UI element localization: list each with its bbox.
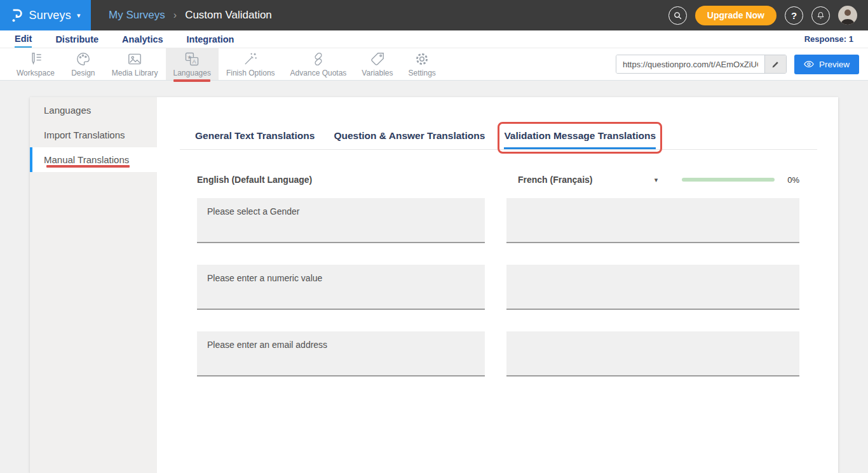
source-text-email: Please enter an email address [197, 331, 485, 376]
annotation-underline-languages [173, 79, 210, 82]
tab-general-text-translations[interactable]: General Text Translations [195, 130, 315, 149]
top-header: Surveys ▾ My Surveys › Custom Validation… [0, 0, 868, 30]
breadcrumb-my-surveys[interactable]: My Surveys [109, 9, 165, 22]
response-count[interactable]: Response: 1 [804, 34, 853, 44]
avatar-photo [838, 6, 857, 25]
target-language-select[interactable]: French (Français) ▾ 0% [506, 175, 799, 185]
eye-icon [804, 60, 814, 68]
toolbar-item-media-library[interactable]: Media Library [104, 48, 166, 80]
toolbar-item-languages[interactable]: ★ A Languages [166, 48, 219, 80]
preview-label: Preview [819, 60, 850, 69]
survey-nav: Edit Distribute Analytics Integration Re… [0, 30, 868, 48]
target-language-label: French (Français) [518, 175, 592, 185]
toolbar-item-workspace[interactable]: Workspace [9, 48, 62, 80]
nav-tab-edit[interactable]: Edit [15, 30, 32, 48]
translation-row: Please select a Gender [197, 198, 817, 243]
sidebar-item-languages[interactable]: Languages [30, 98, 157, 123]
pencil-icon [771, 60, 780, 69]
tab-label: Validation Message Translations [504, 130, 656, 141]
bell-icon [816, 11, 825, 20]
workspace-icon [27, 51, 44, 67]
toolbar-item-finish-options[interactable]: Finish Options [219, 48, 283, 80]
translation-row: Please enter a numeric value [197, 265, 817, 310]
toolbar-item-advance-quotas[interactable]: Advance Quotas [283, 48, 355, 80]
header-actions: Upgrade Now ? [668, 6, 868, 25]
toolbar-item-variables[interactable]: Variables [354, 48, 400, 80]
design-icon [75, 51, 92, 67]
edit-url-button[interactable] [764, 55, 786, 73]
surveys-product-menu[interactable]: Surveys ▾ [0, 0, 91, 30]
help-button[interactable]: ? [785, 6, 803, 25]
nav-tab-distribute[interactable]: Distribute [55, 30, 98, 48]
translation-row: Please enter an email address [197, 331, 817, 376]
sidebar-item-manual-translations[interactable]: Manual Translations [30, 147, 157, 172]
advance-quotas-icon [310, 51, 327, 67]
toolbar-label: Finish Options [226, 69, 275, 77]
sidebar-item-label: Languages [44, 105, 91, 116]
translation-grid: English (Default Language) French (Franç… [180, 174, 817, 376]
preview-button[interactable]: Preview [794, 55, 859, 74]
toolbar-label: Media Library [112, 69, 158, 77]
toolbar-label: Settings [408, 69, 435, 77]
edit-toolbar: Workspace Design Media Library ★ A [0, 48, 868, 81]
languages-panel: Languages Import Translations Manual Tra… [30, 97, 838, 473]
source-text-numeric: Please enter a numeric value [197, 265, 485, 310]
tab-validation-message-translations[interactable]: Validation Message Translations [504, 130, 656, 149]
questionpro-logo-icon [11, 8, 24, 23]
nav-tab-integration[interactable]: Integration [187, 30, 234, 48]
toolbar-right: Preview [616, 48, 868, 80]
toolbar-label: Workspace [17, 69, 55, 77]
svg-text:A: A [193, 58, 197, 65]
chevron-down-icon: ▾ [77, 12, 81, 19]
survey-url-group [616, 55, 787, 74]
product-name: Surveys [29, 9, 71, 22]
breadcrumb-current-survey: Custom Validation [185, 9, 272, 22]
upgrade-now-button[interactable]: Upgrade Now [695, 6, 776, 25]
page-body: Languages Import Translations Manual Tra… [0, 81, 868, 473]
breadcrumb-separator: › [173, 10, 177, 21]
toolbar-label: Languages [173, 69, 211, 77]
toolbar-item-settings[interactable]: Settings [400, 48, 443, 80]
target-text-input-gender[interactable] [506, 198, 799, 243]
translations-content: General Text Translations Question & Ans… [157, 97, 838, 473]
translations-sidebar: Languages Import Translations Manual Tra… [30, 97, 157, 473]
chevron-down-icon: ▾ [654, 176, 658, 184]
user-avatar[interactable] [838, 6, 857, 25]
settings-gear-icon [414, 51, 430, 67]
search-button[interactable] [668, 6, 687, 25]
toolbar-label: Variables [362, 69, 393, 77]
annotation-underline-manual-translations [46, 165, 130, 168]
search-icon [673, 11, 682, 20]
variables-icon [369, 51, 386, 67]
toolbar-label: Advance Quotas [290, 69, 347, 77]
sidebar-item-import-translations[interactable]: Import Translations [30, 123, 157, 147]
survey-url-input[interactable] [616, 55, 764, 73]
tab-question-answer-translations[interactable]: Question & Answer Translations [334, 130, 485, 149]
target-text-input-email[interactable] [506, 331, 799, 376]
nav-tab-analytics[interactable]: Analytics [122, 30, 163, 48]
source-text-gender: Please select a Gender [197, 198, 485, 243]
languages-icon: ★ A [184, 51, 200, 67]
language-header-row: English (Default Language) French (Franç… [197, 174, 817, 185]
toolbar-label: Design [71, 69, 95, 77]
target-text-input-numeric[interactable] [506, 265, 799, 310]
translation-tabs: General Text Translations Question & Ans… [180, 130, 817, 150]
toolbar-item-design[interactable]: Design [62, 48, 104, 80]
breadcrumb: My Surveys › Custom Validation [109, 9, 272, 22]
media-library-icon [126, 51, 143, 67]
sidebar-item-label: Import Translations [44, 130, 125, 140]
translation-progress-percent: 0% [787, 175, 799, 185]
finish-options-icon [242, 51, 259, 67]
translation-progress-bar [682, 178, 775, 182]
notifications-button[interactable] [811, 6, 830, 25]
sidebar-item-label: Manual Translations [44, 154, 129, 165]
source-language-label: English (Default Language) [197, 175, 312, 185]
question-mark-icon: ? [791, 10, 797, 21]
